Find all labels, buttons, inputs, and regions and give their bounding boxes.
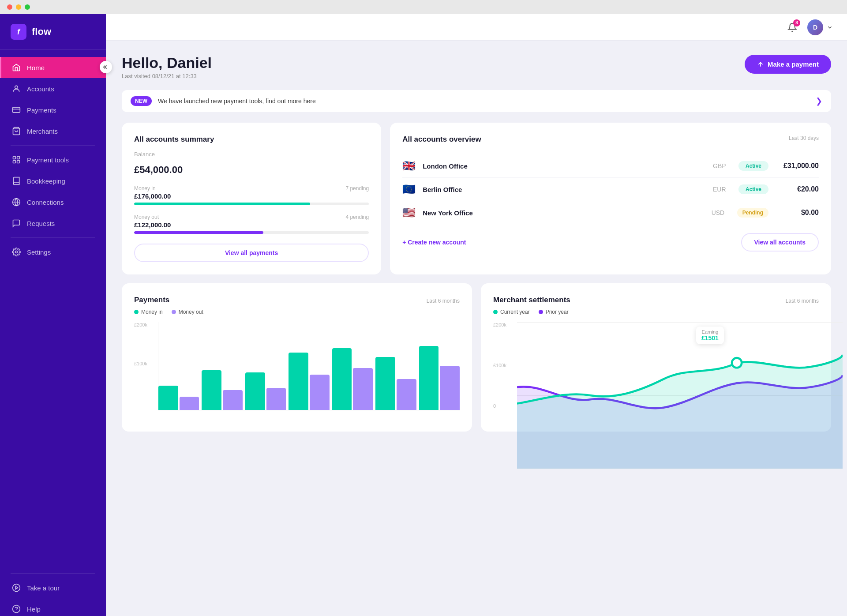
settlements-chart-title: Merchant settlements [493,296,570,304]
merchants-icon [12,127,21,135]
help-icon [12,605,21,613]
user-menu-button[interactable]: D [807,19,833,35]
earnings-tooltip: Earning £1501 [696,327,724,344]
money-in-progress [134,203,369,205]
sidebar-item-bookkeeping-label: Bookkeeping [27,177,65,185]
svg-rect-5 [17,157,20,159]
money-out-row: Money out 4 pending £122,000.00 [134,214,369,234]
bar-money-out [440,366,460,410]
svg-rect-6 [13,161,16,163]
arrow-up-icon [757,61,764,68]
legend-dot-money-in [134,310,139,314]
sidebar-item-settings[interactable]: Settings [0,241,106,263]
chevron-down-icon [827,24,833,30]
sidebar-nav: Home Accounts Payments [0,50,106,563]
logo-text: flow [32,26,51,38]
settlements-line-chart: £200k £100k 0 [493,322,819,419]
line-chart-svg [517,322,843,469]
sidebar-item-merchants-label: Merchants [27,128,58,135]
legend-dot-prior-year [539,310,543,314]
legend-prior-year: Prior year [539,309,569,315]
account-row: 🇬🇧 London Office GBP Active £31,000.00 [402,154,819,178]
svg-point-10 [13,584,20,592]
bar-money-in [332,348,352,410]
sidebar-item-home-label: Home [27,64,45,71]
bar-money-in [245,372,265,410]
bar-money-out [223,390,243,410]
page-header: Hello, Daniel Last visited 08/12/21 at 1… [122,55,831,79]
account-flag: 🇬🇧 [402,161,416,171]
view-all-payments-button[interactable]: View all payments [134,244,369,262]
maximize-dot[interactable] [25,4,30,10]
nav-divider-3 [11,573,95,574]
close-dot[interactable] [7,4,12,10]
banner-text: We have launched new payment tools, find… [158,98,810,105]
make-payment-button[interactable]: Make a payment [745,55,831,74]
sidebar-item-requests[interactable]: Requests [0,213,106,234]
earnings-tooltip-label: Earning [701,329,719,334]
earnings-tooltip-amount: £1501 [701,334,719,342]
sidebar-collapse-button[interactable] [100,61,112,73]
accounts-list: 🇬🇧 London Office GBP Active £31,000.00 🇪… [402,154,819,224]
bar-money-out [266,388,286,410]
settlements-line-plot: Earning £1501 [517,322,843,470]
sidebar-item-payments[interactable]: Payments [0,99,106,120]
payments-chart-header: Payments Last 6 months [134,296,460,306]
account-balance: €20.00 [775,185,819,193]
bar-money-out [353,368,373,410]
page-content: Hello, Daniel Last visited 08/12/21 at 1… [106,41,847,616]
settlements-chart-card: Merchant settlements Last 6 months Curre… [481,283,831,432]
sidebar-item-connections-label: Connections [27,199,64,206]
sidebar-item-home[interactable]: Home [0,57,106,78]
payments-icon [12,105,21,114]
sidebar-item-payment-tools[interactable]: Payment tools [0,149,106,170]
sidebar-item-bookkeeping[interactable]: Bookkeeping [0,170,106,192]
header-text: Hello, Daniel Last visited 08/12/21 at 1… [122,55,212,79]
svg-rect-4 [13,157,16,159]
settlements-y-axis: £200k £100k 0 [493,322,514,409]
bar-group [245,322,286,410]
settings-icon [12,248,21,256]
legend-current-year: Current year [493,309,530,315]
last-visited: Last visited 08/12/21 at 12:33 [122,73,212,79]
money-out-amount: £122,000.00 [134,221,369,229]
sidebar-item-merchants[interactable]: Merchants [0,120,106,142]
balance-label: Balance [134,151,369,158]
bar-group [375,322,416,410]
bar-money-in [289,353,308,410]
account-flag: 🇪🇺 [402,184,416,195]
account-name: Berlin Office [423,186,707,193]
summary-card: All accounts summary Balance £54,000.00 … [122,123,381,274]
create-new-account-button[interactable]: + Create new account [402,239,466,246]
accounts-footer: + Create new account View all accounts [402,233,819,252]
payments-chart-period: Last 6 months [427,298,460,304]
summary-card-title: All accounts summary [134,135,369,144]
notification-button[interactable]: 8 [784,19,800,35]
sidebar-item-settings-label: Settings [27,248,51,256]
announcement-banner[interactable]: NEW We have launched new payment tools, … [122,90,831,112]
banner-arrow-icon: ❯ [816,96,822,106]
payments-bar-chart: £200k £100k [134,322,460,410]
page-title: Hello, Daniel [122,55,212,71]
settlements-chart-header: Merchant settlements Last 6 months [493,296,819,306]
nav-divider-2 [11,237,95,238]
legend-money-out: Money out [172,309,203,315]
sidebar-item-help[interactable]: Help [0,598,106,616]
home-icon [12,63,21,72]
svg-point-0 [15,86,18,89]
sidebar-item-accounts[interactable]: Accounts [0,78,106,99]
money-in-fill [134,203,310,205]
account-currency: EUR [713,186,732,193]
topbar: 8 D [106,14,847,41]
sidebar-item-connections[interactable]: Connections [0,192,106,213]
payments-bar-plot [158,322,460,410]
logo-icon: f [11,24,26,40]
payments-y-axis: £200k £100k [134,322,155,400]
money-in-row: Money in 7 pending £176,000.00 [134,185,369,205]
legend-dot-money-out [172,310,176,314]
account-currency: USD [712,209,731,216]
sidebar-item-take-a-tour[interactable]: Take a tour [0,577,106,598]
payment-tools-icon [12,155,21,164]
view-all-accounts-button[interactable]: View all accounts [741,233,819,252]
minimize-dot[interactable] [16,4,21,10]
